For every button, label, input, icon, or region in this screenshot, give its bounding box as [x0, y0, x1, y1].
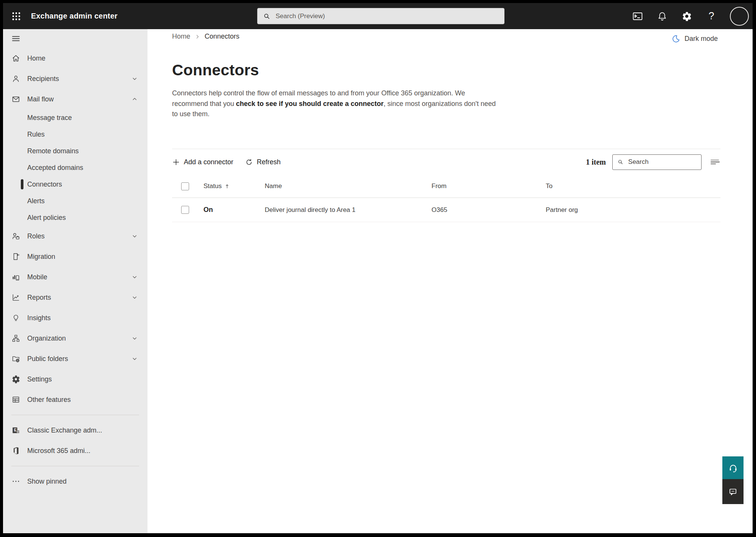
- sidebar-item-settings[interactable]: Settings: [3, 369, 147, 389]
- item-count: 1 item: [586, 158, 606, 167]
- sidebar-item-label: Alerts: [27, 197, 45, 205]
- home-icon: [11, 54, 20, 63]
- sidebar-item-classic-exchange[interactable]: E Classic Exchange adm...: [3, 420, 147, 440]
- sidebar-item-label: Reports: [27, 294, 51, 302]
- sidebar-item-label: Rules: [27, 131, 45, 139]
- page-description: Connectors help control the flow of emai…: [172, 88, 496, 120]
- breadcrumb-current: Connectors: [205, 33, 239, 40]
- refresh-icon: [245, 158, 253, 166]
- account-avatar[interactable]: [730, 7, 749, 26]
- sidebar-item-public-folders[interactable]: Public folders: [3, 349, 147, 369]
- mail-icon: [11, 95, 20, 104]
- sidebar-item-label: Message trace: [27, 114, 72, 122]
- select-all-checkbox[interactable]: [181, 182, 189, 190]
- sidebar-item-roles[interactable]: Roles: [3, 226, 147, 246]
- org-chart-icon: [11, 334, 20, 343]
- sidebar-item-organization[interactable]: Organization: [3, 328, 147, 349]
- row-name[interactable]: Deliver journal directly to Area 1: [265, 206, 432, 214]
- sidebar-item-label: Classic Exchange adm...: [27, 426, 102, 434]
- top-app-bar: Exchange admin center: [3, 3, 753, 29]
- sidebar-item-alerts[interactable]: Alerts: [3, 193, 147, 209]
- question-mark-icon: ?: [708, 11, 714, 21]
- notifications-button[interactable]: [656, 10, 668, 22]
- breadcrumb: Home Connectors: [172, 33, 239, 40]
- sidebar-item-label: Insights: [27, 314, 51, 322]
- row-checkbox[interactable]: [181, 206, 189, 214]
- sidebar-item-insights[interactable]: Insights: [3, 308, 147, 328]
- sidebar-item-label: Mail flow: [27, 95, 54, 103]
- sidebar-item-recipients[interactable]: Recipients: [3, 68, 147, 89]
- sidebar-item-connectors[interactable]: Connectors: [3, 176, 147, 193]
- folder-globe-icon: [11, 354, 20, 363]
- sort-ascending-icon: [224, 184, 230, 189]
- app-launcher-button[interactable]: [8, 8, 25, 25]
- lightbulb-icon: [11, 313, 20, 322]
- dark-mode-label: Dark mode: [685, 35, 718, 43]
- sidebar-item-label: Public folders: [27, 355, 68, 363]
- refresh-button[interactable]: Refresh: [245, 158, 281, 166]
- dark-mode-toggle[interactable]: Dark mode: [672, 34, 718, 43]
- chevron-down-icon: [131, 232, 138, 240]
- terminal-icon: [632, 11, 643, 22]
- svg-text:E: E: [14, 428, 17, 432]
- column-header-to[interactable]: To: [546, 182, 720, 190]
- sidebar-item-reports[interactable]: Reports: [3, 287, 147, 308]
- column-header-from[interactable]: From: [432, 182, 546, 190]
- sidebar-item-m365-admin[interactable]: Microsoft 365 admi...: [3, 440, 147, 461]
- add-connector-button[interactable]: Add a connector: [172, 158, 233, 166]
- column-header-status[interactable]: Status: [203, 182, 265, 190]
- mobile-stats-icon: [11, 272, 20, 282]
- support-headset-button[interactable]: [722, 456, 744, 479]
- sidebar-item-label: Remote domains: [27, 147, 79, 155]
- refresh-label: Refresh: [257, 158, 281, 166]
- row-status: On: [203, 206, 265, 214]
- sidebar-item-label: Connectors: [27, 181, 62, 188]
- collapse-nav-button[interactable]: [3, 29, 147, 48]
- sidebar-item-mobile[interactable]: Mobile: [3, 267, 147, 287]
- sidebar-item-label: Settings: [27, 375, 52, 383]
- gear-icon: [681, 11, 692, 22]
- moon-icon: [672, 34, 680, 43]
- filter-button[interactable]: [709, 157, 720, 167]
- breadcrumb-home-link[interactable]: Home: [172, 33, 190, 40]
- global-search-input[interactable]: [275, 12, 499, 20]
- sidebar-item-accepted-domains[interactable]: Accepted domains: [3, 159, 147, 176]
- powershell-button[interactable]: [632, 10, 644, 22]
- sidebar-item-other-features[interactable]: Other features: [3, 389, 147, 410]
- classic-exchange-logo-icon: E: [11, 426, 20, 435]
- page-title: Connectors: [172, 61, 259, 79]
- person-briefcase-icon: [11, 232, 20, 241]
- sidebar-item-show-pinned[interactable]: Show pinned: [3, 471, 147, 492]
- sidebar-item-label: Home: [27, 54, 45, 62]
- list-search-box[interactable]: [612, 154, 702, 170]
- support-buttons: [722, 456, 744, 504]
- connectors-table: Status Name From To On Deliver journal d…: [172, 175, 720, 222]
- global-search-box[interactable]: [257, 8, 505, 24]
- help-button[interactable]: ?: [705, 10, 717, 22]
- sidebar-item-alert-policies[interactable]: Alert policies: [3, 209, 147, 226]
- document-arrow-icon: [11, 252, 20, 261]
- sidebar-item-home[interactable]: Home: [3, 48, 147, 68]
- breadcrumb-chevron-icon: [195, 34, 200, 39]
- main-content: Home Connectors Dark mode Connectors Con…: [147, 29, 753, 533]
- settings-button[interactable]: [681, 10, 693, 22]
- list-toolbar: Add a connector Refresh 1 item: [172, 149, 720, 175]
- table-header-row: Status Name From To: [172, 175, 720, 198]
- bell-icon: [657, 11, 668, 22]
- chevron-down-icon: [131, 273, 138, 281]
- sidebar-item-mail-flow[interactable]: Mail flow: [3, 89, 147, 109]
- sidebar-item-rules[interactable]: Rules: [3, 126, 147, 143]
- sidebar-item-label: Accepted domains: [27, 164, 83, 172]
- chevron-up-icon: [131, 95, 138, 103]
- sidebar-item-migration[interactable]: Migration: [3, 246, 147, 267]
- feedback-chat-button[interactable]: [722, 479, 744, 504]
- search-icon: [263, 12, 271, 20]
- column-header-name[interactable]: Name: [265, 182, 432, 190]
- sidebar-item-remote-domains[interactable]: Remote domains: [3, 143, 147, 159]
- sidebar-item-message-trace[interactable]: Message trace: [3, 109, 147, 126]
- sidebar-item-label: Show pinned: [27, 478, 67, 486]
- chevron-down-icon: [131, 75, 138, 82]
- table-row[interactable]: On Deliver journal directly to Area 1 O3…: [172, 198, 720, 222]
- list-search-input[interactable]: [627, 158, 697, 166]
- sidebar-item-label: Alert policies: [27, 214, 66, 222]
